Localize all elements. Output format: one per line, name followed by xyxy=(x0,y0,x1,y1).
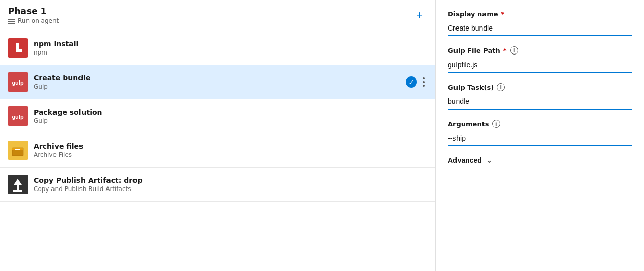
advanced-section: Advanced ⌄ xyxy=(448,156,632,165)
arguments-label: Arguments i xyxy=(448,120,632,128)
arguments-group: Arguments i xyxy=(448,120,632,146)
display-name-input[interactable] xyxy=(448,21,632,36)
phase-subtitle-text: Run on agent xyxy=(18,17,59,24)
task-list: npm install npm gulp Create bundle Gulp … xyxy=(0,31,435,271)
create-bundle-actions: ✓ xyxy=(406,74,427,90)
gulp-file-path-input[interactable] xyxy=(448,58,632,73)
package-solution-info: Package solution Gulp xyxy=(34,108,427,124)
display-name-group: Display name * xyxy=(448,10,632,36)
npm-install-info: npm install npm xyxy=(34,40,427,56)
phase-subtitle: Run on agent xyxy=(8,17,59,24)
arguments-input[interactable] xyxy=(448,131,632,146)
dot2 xyxy=(423,81,425,83)
svg-text:gulp: gulp xyxy=(12,114,23,120)
npm-install-sub: npm xyxy=(34,49,427,56)
run-on-agent-icon xyxy=(8,18,15,24)
package-solution-name: Package solution xyxy=(34,108,427,116)
display-name-label-text: Display name xyxy=(448,10,498,18)
gulp-file-path-group: Gulp File Path * i xyxy=(448,46,632,73)
arguments-info-icon[interactable]: i xyxy=(492,120,500,128)
task-item-archive-files[interactable]: Archive files Archive Files xyxy=(0,133,435,168)
copy-publish-sub: Copy and Publish Build Artifacts xyxy=(34,185,427,193)
create-bundle-sub: Gulp xyxy=(34,83,399,90)
archive-files-name: Archive files xyxy=(34,142,427,150)
arguments-label-text: Arguments xyxy=(448,120,489,128)
gulp-file-path-label: Gulp File Path * i xyxy=(448,46,632,55)
svg-text:gulp: gulp xyxy=(12,79,23,86)
task-item-create-bundle[interactable]: gulp Create bundle Gulp ✓ xyxy=(0,65,435,99)
phase-title-block: Phase 1 Run on agent xyxy=(8,6,59,24)
package-solution-sub: Gulp xyxy=(34,117,427,124)
archive-icon xyxy=(8,141,28,160)
gulp-tasks-input[interactable] xyxy=(448,94,632,110)
gulp-icon-package-solution: gulp xyxy=(8,106,28,126)
dot3 xyxy=(423,85,425,87)
create-bundle-name: Create bundle xyxy=(34,74,399,82)
left-panel: Phase 1 Run on agent + npm install npm xyxy=(0,0,436,271)
advanced-toggle-button[interactable]: Advanced ⌄ xyxy=(448,156,492,165)
dot1 xyxy=(423,77,425,79)
display-name-required: * xyxy=(501,10,505,18)
gulp-file-path-info-icon[interactable]: i xyxy=(510,46,518,55)
phase-title: Phase 1 xyxy=(8,6,59,16)
gulp-tasks-label-text: Gulp Task(s) xyxy=(448,84,494,91)
create-bundle-info: Create bundle Gulp xyxy=(34,74,399,90)
archive-files-sub: Archive Files xyxy=(34,151,427,158)
svg-rect-15 xyxy=(13,190,22,192)
gulp-tasks-label: Gulp Task(s) i xyxy=(448,83,632,91)
npm-install-name: npm install xyxy=(34,40,427,48)
archive-files-info: Archive files Archive Files xyxy=(34,142,427,158)
copy-publish-info: Copy Publish Artifact: drop Copy and Pub… xyxy=(34,176,427,193)
selected-check-icon: ✓ xyxy=(406,76,417,88)
copy-publish-name: Copy Publish Artifact: drop xyxy=(34,176,427,184)
publish-icon xyxy=(8,175,28,194)
task-item-npm-install[interactable]: npm install npm xyxy=(0,31,435,65)
gulp-file-path-label-text: Gulp File Path xyxy=(448,47,500,55)
gulp-file-path-required: * xyxy=(503,47,507,55)
advanced-chevron-icon: ⌄ xyxy=(486,156,492,165)
npm-icon xyxy=(8,38,28,58)
right-panel: Display name * Gulp File Path * i Gulp T… xyxy=(436,0,644,271)
display-name-label: Display name * xyxy=(448,10,632,18)
svg-rect-11 xyxy=(15,149,20,150)
create-bundle-menu-button[interactable] xyxy=(421,74,427,90)
advanced-label: Advanced xyxy=(448,156,482,165)
svg-rect-3 xyxy=(19,43,22,49)
task-item-copy-publish[interactable]: Copy Publish Artifact: drop Copy and Pub… xyxy=(0,168,435,202)
add-task-button[interactable]: + xyxy=(412,8,427,23)
svg-rect-2 xyxy=(13,43,16,52)
task-item-package-solution[interactable]: gulp Package solution Gulp xyxy=(0,99,435,133)
gulp-tasks-group: Gulp Task(s) i xyxy=(448,83,632,110)
gulp-tasks-info-icon[interactable]: i xyxy=(497,83,505,91)
gulp-icon-create-bundle: gulp xyxy=(8,72,28,92)
phase-header: Phase 1 Run on agent + xyxy=(0,0,435,31)
